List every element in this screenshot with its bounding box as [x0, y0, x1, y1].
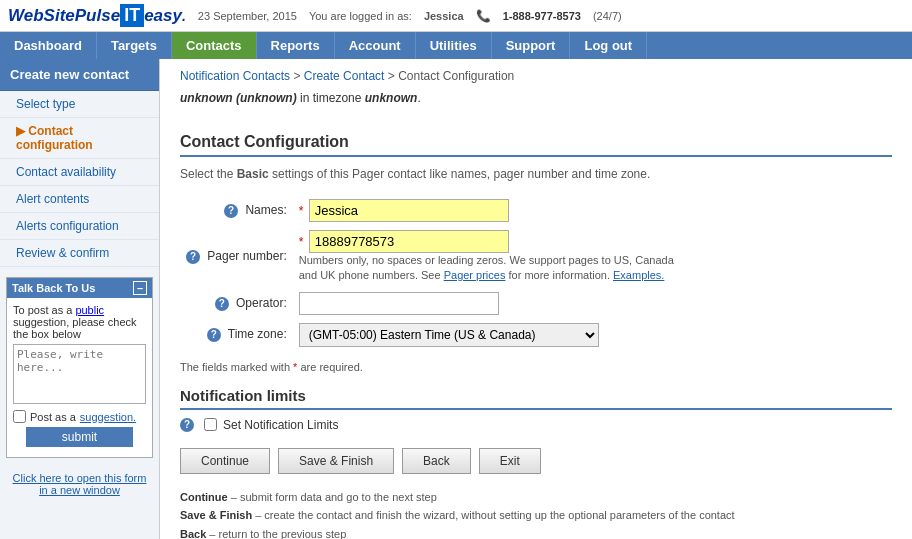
pager-input-cell: * Numbers only, no spaces or leading zer… — [293, 226, 685, 288]
header-username: Jessica — [424, 10, 464, 22]
timezone-select-cell: (GMT-05:00) Eastern Time (US & Canada) (… — [293, 319, 685, 351]
sidebar-item-contact-availability[interactable]: Contact availability — [0, 159, 159, 186]
notif-help-icon[interactable]: ? — [180, 418, 194, 432]
info-text: unknown (unknown) in timezone unknown. — [180, 91, 892, 105]
section-subtitle: Select the Basic settings of this Pager … — [180, 167, 892, 181]
nav-targets[interactable]: Targets — [97, 32, 172, 59]
pager-input[interactable] — [309, 230, 509, 253]
set-notif-limits-label: Set Notification Limits — [223, 418, 338, 432]
logo-websitepulse: WebSitePulse — [8, 6, 120, 26]
post-as-checkbox[interactable] — [13, 410, 26, 423]
pager-examples-link[interactable]: Examples. — [613, 269, 664, 281]
nav-reports[interactable]: Reports — [257, 32, 335, 59]
names-row: ? Names: * — [180, 195, 685, 226]
sidebar-item-review-confirm[interactable]: Review & confirm — [0, 240, 159, 267]
sidebar-item-alert-contents[interactable]: Alert contents — [0, 186, 159, 213]
back-description: Back – return to the previous step — [180, 525, 892, 539]
pager-help-icon[interactable]: ? — [186, 250, 200, 264]
talk-back-label: Talk Back To Us — [12, 282, 95, 294]
contact-form: ? Names: * ? Pager number: * Numbers — [180, 195, 685, 351]
nav-support[interactable]: Support — [492, 32, 571, 59]
info-timezone: unknown — [365, 91, 418, 105]
sidebar-open-form-link[interactable]: Click here to open this form in a new wi… — [0, 468, 159, 500]
operator-input[interactable] — [299, 292, 499, 315]
operator-help-icon[interactable]: ? — [215, 297, 229, 311]
action-buttons: Continue Save & Finish Back Exit — [180, 448, 892, 474]
operator-row: ? Operator: — [180, 288, 685, 319]
names-label: Names: — [245, 203, 286, 217]
operator-label-cell: ? Operator: — [180, 288, 293, 319]
names-help-icon[interactable]: ? — [224, 204, 238, 218]
sidebar-item-select-type[interactable]: Select type — [0, 91, 159, 118]
operator-label: Operator: — [236, 296, 287, 310]
names-label-cell: ? Names: — [180, 195, 293, 226]
required-note: The fields marked with * are required. — [180, 361, 892, 373]
logo-easy: easy — [144, 6, 182, 26]
continue-button[interactable]: Continue — [180, 448, 270, 474]
operator-input-cell — [293, 288, 685, 319]
logo-it: IT — [120, 4, 144, 27]
timezone-row: ? Time zone: (GMT-05:00) Eastern Time (U… — [180, 319, 685, 351]
pager-label: Pager number: — [207, 249, 286, 263]
timezone-help-icon[interactable]: ? — [207, 328, 221, 342]
header-phone-hours: (24/7) — [593, 10, 622, 22]
logo-dot: . — [182, 8, 186, 24]
talk-back-title: Talk Back To Us – — [7, 278, 152, 298]
post-as-suggestion-link[interactable]: suggestion. — [80, 411, 136, 423]
nav-logout[interactable]: Log out — [570, 32, 647, 59]
info-timezone-prefix: in timezone — [300, 91, 365, 105]
content-area: Notification Contacts > Create Contact >… — [160, 59, 912, 539]
info-period: . — [417, 91, 420, 105]
header-date: 23 September, 2015 — [198, 10, 297, 22]
nav-utilities[interactable]: Utilities — [416, 32, 492, 59]
talk-back-collapse-icon[interactable]: – — [133, 281, 147, 295]
sidebar-item-alerts-config[interactable]: Alerts configuration — [0, 213, 159, 240]
breadcrumb: Notification Contacts > Create Contact >… — [180, 69, 892, 83]
nav-contacts[interactable]: Contacts — [172, 32, 257, 59]
sidebar: Create new contact Select type Contact c… — [0, 59, 160, 539]
basic-word: Basic — [237, 167, 269, 181]
sidebar-item-contact-config[interactable]: Contact configuration — [0, 118, 159, 159]
main-layout: Create new contact Select type Contact c… — [0, 59, 912, 539]
post-as-label: Post as a — [30, 411, 76, 423]
pager-label-cell: ? Pager number: — [180, 226, 293, 288]
pager-prices-link[interactable]: Pager prices — [444, 269, 506, 281]
talk-back-textarea[interactable] — [13, 344, 146, 404]
breadcrumb-create-contact[interactable]: Create Contact — [304, 69, 385, 83]
sidebar-title: Create new contact — [0, 59, 159, 91]
talk-back-public-link[interactable]: public — [75, 304, 104, 316]
pager-row: ? Pager number: * Numbers only, no space… — [180, 226, 685, 288]
talk-back-description: To post as a public suggestion, please c… — [13, 304, 146, 340]
section-title-contact-config: Contact Configuration — [180, 133, 892, 157]
set-notif-limits-checkbox[interactable] — [204, 418, 217, 431]
required-star-note: * — [293, 361, 297, 373]
logo[interactable]: WebSitePulseITeasy. — [8, 4, 186, 27]
breadcrumb-contact-config: Contact Configuration — [398, 69, 514, 83]
breadcrumb-notification-contacts[interactable]: Notification Contacts — [180, 69, 290, 83]
pager-required-star: * — [299, 235, 304, 249]
breadcrumb-sep1: > — [293, 69, 303, 83]
talk-back-submit-button[interactable]: submit — [26, 427, 132, 447]
timezone-label: Time zone: — [228, 327, 287, 341]
back-button[interactable]: Back — [402, 448, 471, 474]
header-login-prefix: You are logged in as: — [309, 10, 412, 22]
header-phone[interactable]: 1-888-977-8573 — [503, 10, 581, 22]
nav-dashboard[interactable]: Dashboard — [0, 32, 97, 59]
notif-limit-row: ? Set Notification Limits — [180, 418, 892, 432]
pager-hint: Numbers only, no spaces or leading zeros… — [299, 253, 679, 284]
timezone-select[interactable]: (GMT-05:00) Eastern Time (US & Canada) (… — [299, 323, 599, 347]
nav-account[interactable]: Account — [335, 32, 416, 59]
exit-button[interactable]: Exit — [479, 448, 541, 474]
names-required-star: * — [299, 204, 304, 218]
save-finish-button[interactable]: Save & Finish — [278, 448, 394, 474]
breadcrumb-sep2: > — [388, 69, 398, 83]
post-as-row: Post as a suggestion. — [13, 410, 146, 423]
top-header: WebSitePulseITeasy. 23 September, 2015 Y… — [0, 0, 912, 32]
names-input[interactable] — [309, 199, 509, 222]
continue-description: Continue – submit form data and go to th… — [180, 488, 892, 507]
button-descriptions: Continue – submit form data and go to th… — [180, 488, 892, 539]
names-input-cell: * — [293, 195, 685, 226]
save-finish-description: Save & Finish – create the contact and f… — [180, 506, 892, 525]
talk-back-box: Talk Back To Us – To post as a public su… — [6, 277, 153, 458]
timezone-label-cell: ? Time zone: — [180, 319, 293, 351]
